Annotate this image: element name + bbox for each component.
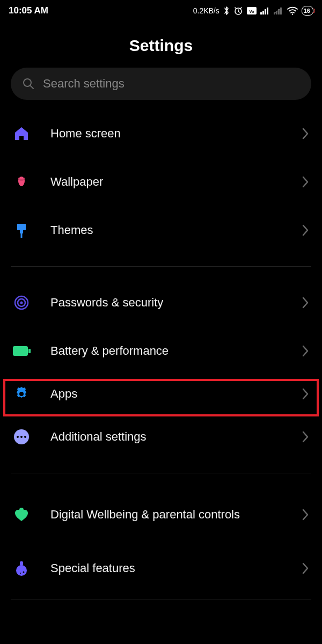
search-icon [23,78,34,90]
alarm-icon [233,6,243,16]
svg-point-32 [20,573,21,574]
flask-icon [13,560,50,577]
svg-rect-22 [28,349,31,353]
svg-rect-17 [21,233,23,238]
status-time: 10:05 AM [9,5,48,16]
battery-percent: 16 [304,8,310,14]
row-wallpaper[interactable]: Wallpaper [0,158,322,206]
heart-icon [13,506,50,523]
row-label: Home screen [50,126,302,141]
signal-icon [260,7,270,14]
row-special-features[interactable]: Special features [0,544,322,592]
svg-point-30 [16,565,27,576]
dots-icon [13,428,50,445]
row-themes[interactable]: Themes [0,206,322,254]
divider [11,266,311,267]
svg-rect-3 [260,12,262,14]
row-battery-performance[interactable]: Battery & performance [0,327,322,375]
row-label: Apps [50,386,302,401]
network-speed: 0.2KB/s [193,6,219,15]
svg-text:Vo: Vo [249,9,254,14]
row-additional-settings[interactable]: Additional settings [0,413,322,461]
chevron-right-icon [302,176,309,188]
row-apps[interactable]: Apps [0,375,322,413]
status-bar: 10:05 AM 0.2KB/s Vo 16 [0,0,322,21]
svg-rect-5 [265,9,266,14]
wifi-icon [287,6,298,15]
row-home-screen[interactable]: Home screen [0,109,322,158]
svg-rect-6 [267,8,268,14]
svg-rect-29 [20,561,23,566]
search-bar[interactable] [11,68,311,100]
svg-rect-4 [262,11,264,14]
chevron-right-icon [302,297,309,309]
brush-icon [13,222,50,239]
svg-point-23 [19,392,24,396]
row-label: Battery & performance [50,343,302,358]
row-label: Digital Wellbeing & parental controls [50,507,302,522]
page-title: Settings [0,21,322,68]
bluetooth-icon [223,6,230,16]
battery-icon [13,345,50,357]
chevron-right-icon [302,509,309,521]
home-icon [13,125,50,142]
chevron-right-icon [302,128,309,140]
divider [11,599,311,599]
svg-point-12 [292,13,293,14]
fingerprint-icon [13,294,50,311]
row-label: Special features [50,561,302,576]
row-label: Themes [50,223,302,238]
row-label: Passwords & security [50,295,302,310]
row-passwords-security[interactable]: Passwords & security [0,279,322,327]
chevron-right-icon [302,388,309,400]
svg-line-14 [31,86,34,89]
row-label: Additional settings [50,429,302,444]
svg-point-31 [23,572,25,573]
svg-rect-15 [17,224,26,230]
svg-point-27 [24,436,26,438]
svg-rect-16 [20,230,23,233]
chevron-right-icon [302,562,309,574]
gear-icon [13,385,50,402]
row-label: Wallpaper [50,174,302,189]
svg-point-25 [17,436,19,438]
settings-list: Home screen Wallpaper Themes Passwords &… [0,109,322,599]
chevron-right-icon [302,345,309,357]
svg-point-26 [20,436,23,438]
volte-icon: Vo [247,7,257,14]
search-input[interactable] [43,77,299,91]
status-indicators: 0.2KB/s Vo 16 [193,6,313,16]
svg-point-20 [20,302,23,304]
divider [11,473,311,473]
signal-2-icon [274,7,283,14]
chevron-right-icon [302,431,309,443]
svg-rect-21 [13,346,28,356]
battery-indicator: 16 [302,6,313,16]
chevron-right-icon [302,224,309,236]
row-digital-wellbeing[interactable]: Digital Wellbeing & parental controls [0,485,322,544]
tulip-icon [13,173,50,191]
